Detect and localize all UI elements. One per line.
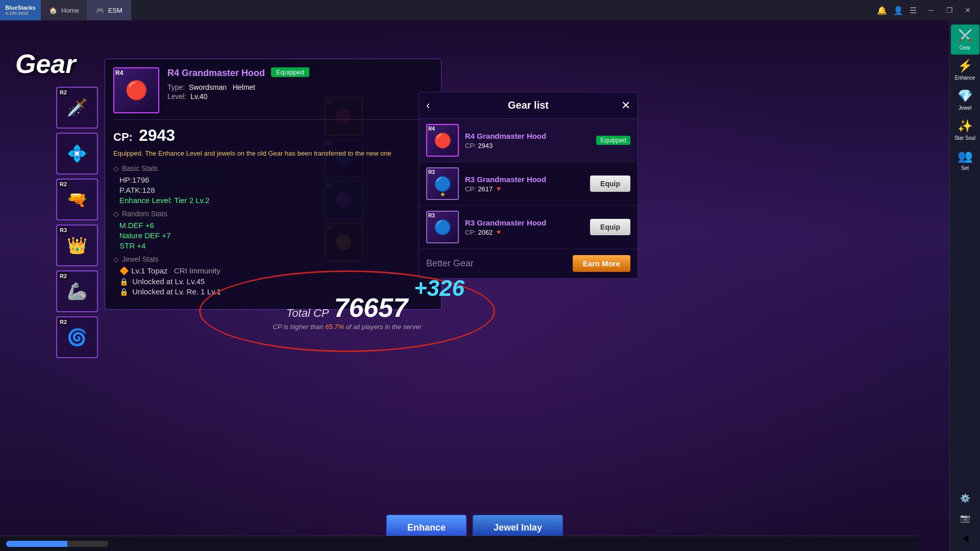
gear-item-icon-2: 🔵 [434,219,452,236]
gear-item-img-2: R3 🔵 [426,211,459,243]
menu-icon[interactable]: ☰ [910,6,917,15]
slot-icon-1: 💠 [67,144,87,163]
gear-item-img-0: R4 🔴 [426,124,459,157]
cp-trend-down-1: 🔻 [495,185,503,193]
gear-list-item-0[interactable]: R4 🔴 R4 Grandmaster Hood CP: 2943 Equipp… [419,119,638,162]
arrow-left-icon[interactable]: ◀ [951,529,979,547]
equip-button-1[interactable]: Equip [590,176,630,192]
notification-icon[interactable]: 🔔 [877,6,887,15]
item-level-row: Level: Lv.40 [167,92,433,101]
gear-item-cp-1: CP: 2617 🔻 [465,185,584,193]
jewel-slot-1: 🔒 Unlocked at Lv. Lv.45 [119,277,433,286]
equip-description: Equipped. The Enhance Level and jewels o… [113,149,433,158]
item-info: R4 Grandmaster Hood Equipped Type: Sword… [167,67,433,101]
item-name: R4 Grandmaster Hood [167,68,265,79]
jewel-label: Jewel [959,105,972,111]
tab-esm-label: ESM [108,7,122,14]
settings-icon-2[interactable]: 📷 [951,509,979,527]
gear-item-name-1: R3 Grandmaster Hood [465,175,584,184]
logo-name: BlueStacks [5,5,35,11]
gear-item-info-2: R3 Grandmaster Hood CP: 2062 🔻 [465,218,584,236]
better-gear-footer: Better Gear Earn More [419,249,638,278]
tab-esm[interactable]: 🎮 ESM [88,0,131,20]
tab-home-label: Home [61,7,79,14]
equip-slot-5[interactable]: R2 🌀 [56,316,98,358]
cp-trend-down-2: 🔻 [495,229,503,236]
lock-icon-1: 🔒 [119,278,128,286]
star-soul-label: Star Soul [954,135,975,141]
title-bar: BlueStacks 4.190.5002 🏠 Home 🎮 ESM 🔔 👤 ☰… [0,0,980,20]
gear-label: Gear [959,45,970,51]
gear-item-img-1: R3 🔵 ★ [426,167,459,200]
gear-item-cp-val-0: 2943 [478,142,493,149]
right-panel-enhance[interactable]: ⚡ Enhance [951,55,979,85]
better-gear-text: Better Gear [426,258,474,269]
slot-rank-5: R2 [58,318,68,325]
gear-list-close-button[interactable]: ✕ [621,99,630,112]
gear-item-rank-1: R3 [428,169,435,175]
item-type-row: Type: Swordsman Helmet [167,83,433,91]
tab-home-icon: 🏠 [49,7,57,14]
settings-gear-icon: ⚙️ [960,493,970,503]
equip-slot-2[interactable]: R2 🔫 [56,179,98,220]
right-panel-set[interactable]: 👥 Set [951,145,979,175]
gear-item-info-0: R4 Grandmaster Hood CP: 2943 [465,132,590,149]
gear-item-rank-2: R3 [428,213,435,218]
right-panel-jewel[interactable]: 💎 Jewel [951,85,979,115]
tab-home[interactable]: 🏠 Home [41,0,88,20]
game-area: Gear R2 🗡️ 💠 R2 🔫 R3 👑 R2 🦾 R2 🌀 R4 [0,20,949,551]
right-panel-gear[interactable]: ⚔️ Gear [951,24,979,55]
minimize-button[interactable]: ─ [923,3,939,17]
gear-item-icon-0: 🔴 [434,132,452,149]
equip-slot-1[interactable]: 💠 [56,133,98,174]
gear-item-rank-0: R4 [428,126,435,132]
right-panel-star-soul[interactable]: ✨ Star Soul [951,115,979,145]
star-icon-1: ★ [440,191,446,198]
jewel-stats-title: Jewel Stats [113,255,433,263]
user-icon[interactable]: 👤 [893,6,903,15]
gear-list-header: ‹ Gear list ✕ [419,92,638,119]
slot-rank-2: R2 [58,181,68,188]
jewel-slot-2: 🔒 Unlocked at Lv. Re. 1 Lv.1 [119,287,433,296]
gear-item-icon-1: 🔵 [434,176,452,192]
gear-list-item-2[interactable]: R3 🔵 R3 Grandmaster Hood CP: 2062 🔻 Equi… [419,206,638,249]
back-arrow-icon: ◀ [962,533,968,543]
jewel-icon: 💎 [958,89,973,103]
item-type: Swordsman [189,83,227,91]
close-button[interactable]: ✕ [960,3,976,17]
slot-icon-0: 🗡️ [67,98,87,117]
equip-slot-3[interactable]: R3 👑 [56,224,98,266]
slot-rank-0: R2 [58,89,68,96]
gear-item-cp-val-2: 2062 [478,229,493,236]
item-rank-badge: R4 [115,69,123,77]
slot-icon-3: 👑 [67,236,87,255]
item-header: R4 🔴 R4 Grandmaster Hood Equipped Type: … [113,67,433,120]
equipped-badge: Equipped [271,67,309,77]
maximize-button[interactable]: ❐ [941,3,958,17]
gear-list-item-1[interactable]: R3 🔵 ★ R3 Grandmaster Hood CP: 2617 🔻 Eq… [419,162,638,206]
gear-item-name-0: R4 Grandmaster Hood [465,132,590,140]
app-logo: BlueStacks 4.190.5002 [0,0,41,20]
gear-item-cp-2: CP: 2062 🔻 [465,229,584,236]
gear-list-back-button[interactable]: ‹ [426,99,430,112]
set-label: Set [961,165,969,171]
gear-item-info-1: R3 Grandmaster Hood CP: 2617 🔻 [465,175,584,193]
equipment-slots: R2 🗡️ 💠 R2 🔫 R3 👑 R2 🦾 R2 🌀 [56,87,98,358]
gear-item-cp-0: CP: 2943 [465,142,590,149]
earn-more-button[interactable]: Earn More [573,255,630,272]
progress-bar [6,541,108,547]
slot-rank-3: R3 [58,227,68,234]
equip-button-2[interactable]: Equip [590,219,630,235]
equip-slot-0[interactable]: R2 🗡️ [56,87,98,129]
stat-mdef: M.DEF +6 [119,221,433,230]
equip-slot-4[interactable]: R2 🦾 [56,270,98,312]
enhance-label: Enhance [955,75,975,81]
item-detail-panel: R4 🔴 R4 Grandmaster Hood Equipped Type: … [105,59,442,310]
jewel-locked-1: Unlocked at Lv. Lv.45 [132,277,205,286]
settings-icon-1[interactable]: ⚙️ [951,489,979,507]
gear-equipped-badge-0: Equipped [596,136,630,145]
logo-version: 4.190.5002 [5,11,35,16]
jewel-topaz-label: Lv.1 Topaz [131,266,167,275]
jewel-topaz-desc: CRI Immunity [174,266,220,275]
stat-str: STR +4 [119,241,433,250]
